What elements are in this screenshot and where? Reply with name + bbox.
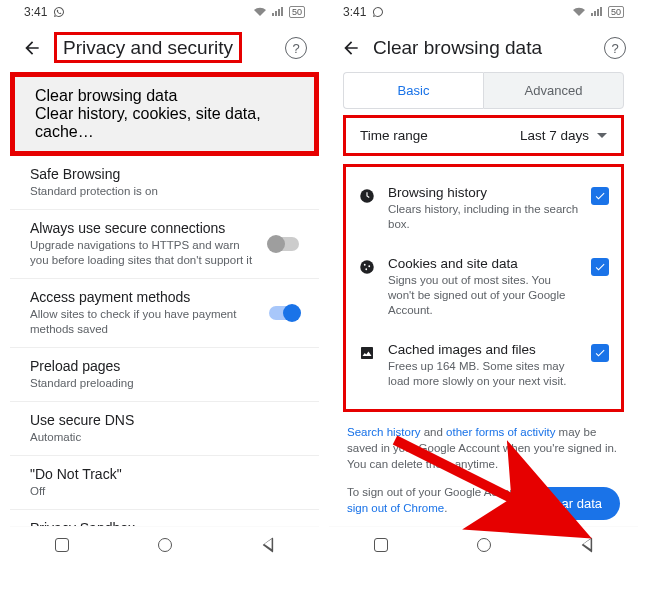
signal-icon	[271, 7, 285, 17]
whatsapp-icon	[53, 6, 65, 18]
help-icon[interactable]: ?	[285, 37, 307, 59]
menu-clear-browsing-data[interactable]: Clear browsing data Clear history, cooki…	[10, 72, 319, 156]
link-sign-out-chrome[interactable]: sign out of Chrome	[347, 502, 444, 514]
item-title: Access payment methods	[30, 289, 259, 305]
menu-do-not-track[interactable]: "Do Not Track" Off	[10, 456, 319, 510]
chevron-down-icon	[597, 133, 607, 138]
tabs: Basic Advanced	[343, 72, 624, 109]
item-subtitle: Standard preloading	[30, 376, 299, 391]
status-time: 3:41	[24, 5, 47, 19]
wifi-icon	[572, 7, 586, 17]
item-subtitle: Off	[30, 484, 299, 499]
item-subtitle: Frees up 164 MB. Some sites may load mor…	[388, 359, 579, 389]
option-browsing-history[interactable]: Browsing history Clears history, includi…	[354, 173, 613, 244]
svg-rect-5	[361, 347, 373, 359]
back-nav-icon[interactable]	[263, 537, 274, 553]
item-subtitle: Automatic	[30, 430, 299, 445]
item-title: Preload pages	[30, 358, 299, 374]
item-subtitle: Clears history, including in the search …	[388, 202, 579, 232]
phone-clear-browsing-data: 3:41 50 Clear browsing data ? Basic Adva…	[329, 0, 638, 562]
back-nav-icon[interactable]	[582, 537, 593, 553]
toggle-payment-methods[interactable]	[269, 306, 299, 320]
item-subtitle: Standard protection is on	[30, 184, 299, 199]
item-title: Use secure DNS	[30, 412, 299, 428]
back-icon[interactable]	[22, 38, 42, 58]
item-title: Cookies and site data	[388, 256, 579, 271]
android-nav-bar	[329, 526, 638, 562]
image-icon	[358, 344, 376, 362]
home-icon[interactable]	[477, 538, 491, 552]
page-title: Clear browsing data	[373, 37, 592, 59]
home-icon[interactable]	[158, 538, 172, 552]
time-range-value: Last 7 days	[520, 128, 589, 143]
item-title: Always use secure connections	[30, 220, 259, 236]
link-search-history[interactable]: Search history	[347, 426, 421, 438]
menu-safe-browsing[interactable]: Safe Browsing Standard protection is on	[10, 156, 319, 210]
page-title: Privacy and security	[54, 32, 242, 63]
status-bar: 3:41 50	[329, 0, 638, 24]
item-title: Clear browsing data	[35, 87, 294, 105]
menu-payment-methods[interactable]: Access payment methods Allow sites to ch…	[10, 279, 319, 348]
android-nav-bar	[10, 526, 319, 562]
wifi-icon	[253, 7, 267, 17]
info-search-history: Search history and other forms of activi…	[329, 418, 638, 478]
svg-point-2	[364, 264, 366, 266]
toggle-secure-connections[interactable]	[269, 237, 299, 251]
cookie-icon	[358, 258, 376, 276]
tab-advanced[interactable]: Advanced	[483, 72, 624, 109]
checkbox-history[interactable]	[591, 187, 609, 205]
status-bar: 3:41 50	[10, 0, 319, 24]
status-time: 3:41	[343, 5, 366, 19]
tab-basic[interactable]: Basic	[343, 72, 483, 109]
item-subtitle: Allow sites to check if you have payment…	[30, 307, 259, 337]
back-icon[interactable]	[341, 38, 361, 58]
recent-apps-icon[interactable]	[55, 538, 69, 552]
battery-icon: 50	[608, 6, 624, 18]
time-range-label: Time range	[360, 128, 428, 143]
menu-preload-pages[interactable]: Preload pages Standard preloading	[10, 348, 319, 402]
item-subtitle: Upgrade navigations to HTTPS and warn yo…	[30, 238, 259, 268]
battery-icon: 50	[289, 6, 305, 18]
signal-icon	[590, 7, 604, 17]
svg-point-4	[365, 268, 367, 270]
item-subtitle: Signs you out of most sites. You won't b…	[388, 273, 579, 318]
phone-privacy-settings: 3:41 50 Privacy and security ? Clear bro…	[10, 0, 319, 562]
option-cache[interactable]: Cached images and files Frees up 164 MB.…	[354, 330, 613, 401]
menu-secure-connections[interactable]: Always use secure connections Upgrade na…	[10, 210, 319, 279]
item-subtitle: Clear history, cookies, site data, cache…	[35, 105, 294, 141]
link-other-activity[interactable]: other forms of activity	[446, 426, 555, 438]
svg-point-3	[368, 265, 370, 267]
time-range-dropdown[interactable]: Time range Last 7 days	[343, 115, 624, 156]
option-cookies[interactable]: Cookies and site data Signs you out of m…	[354, 244, 613, 330]
app-bar: Clear browsing data ?	[329, 24, 638, 72]
clear-options-group: Browsing history Clears history, includi…	[343, 164, 624, 412]
item-title: "Do Not Track"	[30, 466, 299, 482]
whatsapp-icon	[372, 6, 384, 18]
checkbox-cookies[interactable]	[591, 258, 609, 276]
menu-secure-dns[interactable]: Use secure DNS Automatic	[10, 402, 319, 456]
checkbox-cache[interactable]	[591, 344, 609, 362]
clear-data-button[interactable]: Clear data	[524, 487, 620, 520]
app-bar: Privacy and security ?	[10, 24, 319, 72]
history-icon	[358, 187, 376, 205]
item-title: Browsing history	[388, 185, 579, 200]
help-icon[interactable]: ?	[604, 37, 626, 59]
recent-apps-icon[interactable]	[374, 538, 388, 552]
svg-point-1	[360, 260, 374, 274]
item-title: Cached images and files	[388, 342, 579, 357]
item-title: Safe Browsing	[30, 166, 299, 182]
